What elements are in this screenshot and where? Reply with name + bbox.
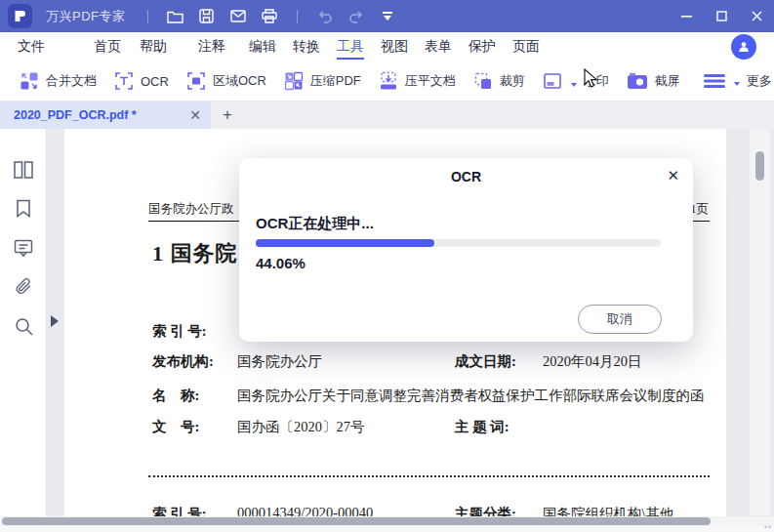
vertical-scrollbar-thumb[interactable] (755, 151, 764, 181)
redo-icon[interactable] (341, 4, 372, 29)
field-label: 索 引 号: (152, 322, 207, 341)
account-avatar[interactable] (731, 34, 756, 60)
undo-icon[interactable] (309, 4, 341, 29)
search-panel-icon[interactable] (0, 307, 47, 346)
dialog-close-icon[interactable]: ✕ (667, 167, 679, 184)
menu-form[interactable]: 表单 (425, 34, 452, 60)
doc-dotted-divider (148, 475, 710, 477)
navigation-sidebar (0, 129, 47, 532)
ocr-icon (114, 71, 134, 91)
field-value: 2020年04月20日 (543, 352, 642, 371)
doc-header-left: 国务院办公厅政 (148, 201, 234, 218)
bookmarks-panel-icon[interactable] (0, 189, 47, 228)
menu-file[interactable]: 文件 (18, 34, 45, 60)
compress-icon (284, 71, 304, 91)
more-tools-button[interactable]: 更多 (704, 72, 772, 90)
watermark-button[interactable]: 水印 (543, 71, 609, 91)
compress-label: 压缩PDF (310, 72, 361, 90)
menu-page[interactable]: 页面 (512, 34, 540, 60)
field-label: 文 号: (152, 418, 199, 436)
field-label: 名 称: (152, 387, 199, 405)
ocr-button[interactable]: OCR (114, 71, 169, 91)
crop-icon (473, 71, 493, 91)
merge-label: 合并文档 (46, 72, 97, 90)
screenshot-label: 截屏 (655, 72, 680, 90)
mouse-cursor (584, 68, 598, 89)
separator (297, 10, 298, 23)
thumbnails-panel-icon[interactable] (0, 150, 47, 189)
ocr-status-text: OCR正在处理中... (256, 215, 374, 233)
crop-button[interactable]: 裁剪 (473, 71, 525, 91)
field-label: 成文日期: (455, 352, 516, 371)
panel-expand-handle[interactable] (51, 315, 59, 327)
more-dropdown-caret[interactable] (734, 82, 740, 86)
cancel-button[interactable]: 取消 (578, 305, 662, 334)
horizontal-scrollbar-thumb[interactable] (2, 517, 711, 525)
menu-convert[interactable]: 转换 (293, 34, 320, 60)
field-label: 主 题 词: (455, 418, 509, 436)
compress-pdf-button[interactable]: 压缩PDF (284, 71, 361, 91)
attachments-panel-icon[interactable] (0, 267, 47, 307)
menu-bar: 文件 首页 帮助 注释 编辑 转换 工具 视图 表单 保护 页面 (0, 32, 774, 61)
ocr-label: OCR (141, 74, 169, 89)
hamburger-icon (704, 73, 725, 89)
more-label: 更多 (747, 72, 772, 90)
doc-heading: 1 国务院 (152, 239, 238, 268)
camera-icon (627, 72, 648, 90)
field-value: 国办函〔2020〕27号 (237, 418, 365, 436)
crop-label: 裁剪 (500, 72, 525, 90)
open-file-icon[interactable] (160, 4, 191, 29)
vertical-scrollbar[interactable] (750, 129, 770, 515)
watermark-dropdown-caret[interactable] (571, 83, 577, 87)
area-ocr-label: 区域OCR (213, 72, 266, 90)
maximize-button[interactable] (704, 0, 739, 32)
app-logo-icon (8, 4, 32, 28)
ocr-progress-fill (256, 239, 434, 247)
tools-toolbar: 合并文档 OCR 区域OCR 压缩PDF 压平文档 裁剪 水印 (0, 61, 774, 102)
document-tab-bar: 2020_PDF_OCR.pdf * ✕ + (0, 102, 774, 129)
new-tab-button[interactable]: + (211, 102, 244, 129)
separator (147, 10, 148, 23)
menu-edit[interactable]: 编辑 (249, 34, 276, 60)
print-icon[interactable] (254, 4, 285, 29)
cancel-label: 取消 (607, 310, 632, 328)
horizontal-scrollbar[interactable] (0, 516, 774, 526)
status-strip (0, 526, 774, 532)
window-controls (669, 0, 774, 32)
dialog-title: OCR (239, 169, 693, 184)
tab-title: 2020_PDF_OCR.pdf * (14, 108, 189, 122)
ocr-progress-bar (256, 239, 661, 247)
menu-home[interactable]: 首页 (94, 34, 121, 60)
app-title: 万兴PDF专家 (46, 8, 126, 25)
menu-tools[interactable]: 工具 (337, 34, 364, 60)
tab-close-icon[interactable]: ✕ (189, 107, 201, 123)
title-bar: 万兴PDF专家 (0, 0, 774, 32)
active-document-tab[interactable]: 2020_PDF_OCR.pdf * ✕ (0, 102, 211, 129)
menu-protect[interactable]: 保护 (468, 34, 496, 60)
flatten-document-button[interactable]: 压平文档 (379, 71, 456, 91)
menu-help[interactable]: 帮助 (140, 34, 167, 60)
close-button[interactable] (739, 0, 774, 32)
ocr-progress-percent: 44.06% (256, 255, 306, 271)
field-value: 国务院办公厅关于同意调整完善消费者权益保护工作部际联席会议制度的函 (237, 387, 705, 405)
comments-panel-icon[interactable] (0, 228, 47, 267)
flatten-label: 压平文档 (405, 72, 456, 90)
field-label: 发布机构: (152, 352, 214, 371)
ocr-progress-dialog: OCR ✕ OCR正在处理中... 44.06% 取消 (239, 158, 693, 342)
merge-documents-button[interactable]: 合并文档 (20, 71, 97, 91)
customize-toolbar-icon[interactable] (372, 4, 403, 29)
flatten-icon (379, 71, 398, 91)
area-ocr-icon (186, 71, 206, 91)
watermark-icon (543, 71, 562, 91)
screenshot-button[interactable]: 截屏 (627, 72, 680, 90)
app-window: 万兴PDF专家 (0, 0, 774, 532)
minimize-button[interactable] (669, 0, 704, 32)
email-icon[interactable] (223, 4, 254, 29)
menu-comment[interactable]: 注释 (198, 34, 225, 60)
area-ocr-button[interactable]: 区域OCR (186, 71, 266, 91)
save-icon[interactable] (191, 4, 223, 29)
menu-view[interactable]: 视图 (381, 34, 408, 60)
merge-icon (20, 71, 39, 91)
field-value: 国务院办公厅 (237, 352, 322, 371)
resize-grip[interactable]: ▪▪ (764, 522, 772, 531)
